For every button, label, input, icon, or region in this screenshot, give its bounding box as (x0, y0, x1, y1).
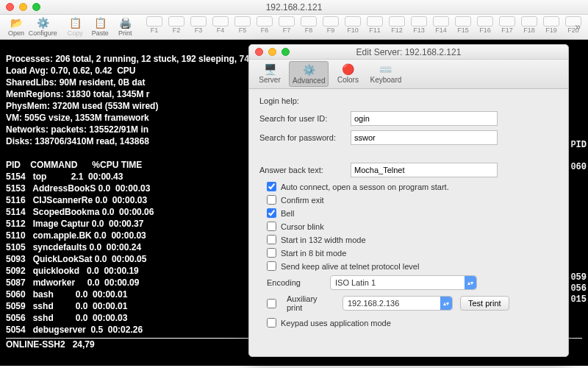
f18-button[interactable]: F18 (519, 16, 539, 34)
color-wheel-icon: 🔴 (340, 63, 356, 76)
edit-server-dialog: Edit Server: 192.168.2.121 🖥️Server ⚙️Ad… (248, 44, 569, 357)
f9-button[interactable]: F9 (320, 16, 341, 34)
terminal-line: 5116 CIJScannerRe 0.0 00:00.03 (6, 195, 147, 205)
password-label: Search for password: (259, 133, 351, 142)
close-window-button[interactable] (6, 3, 14, 11)
f17-button[interactable]: F17 (497, 16, 517, 34)
answer-back-input[interactable] (351, 163, 498, 177)
start-8bit-label: Start in 8 bit mode (281, 249, 346, 258)
confirm-exit-checkbox[interactable] (267, 195, 276, 205)
configure-button[interactable]: ⚙️Configure (29, 16, 57, 37)
answer-back-label: Answer back text: (259, 166, 351, 174)
aux-print-label: Auxiliary print (287, 294, 335, 312)
keyboard-icon: ⌨️ (378, 63, 394, 76)
f12-button[interactable]: F12 (387, 16, 407, 34)
terminal-line: SharedLibs: 90M resident, 0B dat (6, 77, 145, 88)
f15-button[interactable]: F15 (453, 16, 473, 34)
f8-button[interactable]: F8 (298, 16, 319, 34)
dialog-tabs: 🖥️Server ⚙️Advanced 🔴Colors ⌨️Keyboard (249, 60, 568, 89)
traffic-lights (6, 3, 40, 11)
terminal-line: 5059 sshd 0.0 00:00.01 (6, 301, 127, 311)
dialog-titlebar[interactable]: Edit Server: 192.168.2.121 (249, 45, 568, 60)
open-button[interactable]: 📂Open (4, 16, 28, 37)
minimize-window-button[interactable] (19, 3, 27, 11)
dialog-traffic-lights (255, 48, 290, 56)
cursor-blink-checkbox[interactable] (267, 222, 276, 231)
dialog-minimize-button[interactable] (268, 48, 276, 56)
send-keepalive-label: Send keep alive at telnet protocol level (281, 262, 419, 271)
bell-checkbox[interactable] (267, 208, 276, 218)
monitor-icon: 🖥️ (262, 63, 278, 76)
terminal-right-peek: PID 060 059 056 015 (570, 40, 588, 366)
terminal-line: Load Avg: 0.70, 0.62, 0.42 CPU (6, 66, 138, 76)
encoding-popup[interactable]: ISO Latin 1▴▾ (330, 275, 477, 290)
dialog-zoom-button[interactable] (282, 48, 290, 56)
dialog-title: Edit Server: 192.168.2.121 (356, 47, 462, 57)
tab-advanced[interactable]: ⚙️Advanced (289, 61, 329, 87)
aux-print-checkbox[interactable] (267, 299, 276, 308)
tab-colors[interactable]: 🔴Colors (331, 61, 364, 85)
f19-button[interactable]: F19 (541, 16, 562, 34)
paste-icon: 📋 (92, 16, 108, 29)
tab-keyboard[interactable]: ⌨️Keyboard (367, 61, 404, 85)
user-id-input[interactable] (351, 111, 498, 126)
aux-print-popup[interactable]: 192.168.2.136▴▾ (343, 296, 453, 311)
start-132-label: Start in 132 width mode (281, 236, 366, 244)
terminal-line: 5054 debugserver 0.5 00:02.26 (6, 325, 143, 335)
toolbar-overflow-icon[interactable]: » (575, 21, 581, 32)
keypad-app-checkbox[interactable] (267, 318, 276, 328)
copy-button[interactable]: 📋Copy (63, 16, 87, 37)
terminal-line: Disks: 138706/3410M read, 143868 (6, 136, 149, 146)
dialog-body: Login help: Search for user ID: Search f… (249, 89, 568, 339)
terminal-line: 5093 QuickLookSat 0.0 00:00.05 (6, 254, 146, 264)
f4-button[interactable]: F4 (210, 16, 231, 34)
tab-server[interactable]: 🖥️Server (254, 61, 286, 85)
terminal-line: VM: 505G vsize, 1353M framework (6, 113, 151, 123)
paste-button[interactable]: 📋Paste (88, 16, 112, 37)
main-toolbar: 📂Open ⚙️Configure 📋Copy 📋Paste 🖨️Print F… (0, 15, 588, 40)
copy-icon: 📋 (67, 16, 83, 29)
window-title: 192.168.2.121 (266, 2, 323, 13)
f10-button[interactable]: F10 (343, 16, 363, 34)
chevron-updown-icon: ▴▾ (443, 300, 449, 307)
dialog-close-button[interactable] (255, 48, 263, 56)
bell-label: Bell (281, 209, 294, 218)
chevron-updown-icon: ▴▾ (467, 280, 473, 286)
terminal-line: Networks: packets: 135522/91M in (6, 124, 148, 135)
terminal-line: 5154 top 2.1 00:00.43 (6, 171, 123, 182)
folder-icon: 📂 (8, 16, 24, 29)
f16-button[interactable]: F16 (475, 16, 495, 34)
terminal-line: 5087 mdworker 0.0 00:00.09 (6, 277, 139, 288)
f11-button[interactable]: F11 (365, 16, 385, 34)
gears-icon: ⚙️ (301, 63, 317, 77)
f6-button[interactable]: F6 (254, 16, 275, 34)
terminal-line: 5112 Image Captur 0.0 00:00.37 (6, 219, 143, 229)
encoding-label: Encoding (267, 278, 323, 287)
terminal-line: MemRegions: 31830 total, 1345M r (6, 89, 149, 99)
login-help-label: Login help: (259, 96, 558, 105)
f7-button[interactable]: F7 (276, 16, 297, 34)
user-id-label: Search for user ID: (259, 114, 351, 123)
terminal-line: PID COMMAND %CPU TIME (6, 160, 152, 170)
cursor-blink-label: Cursor blink (281, 222, 324, 231)
start-8bit-checkbox[interactable] (267, 248, 276, 258)
main-titlebar: 192.168.2.121 (0, 0, 588, 15)
f14-button[interactable]: F14 (431, 16, 451, 34)
keypad-app-label: Keypad uses application mode (281, 319, 391, 328)
confirm-exit-label: Confirm exit (281, 196, 324, 205)
terminal-line: PhysMem: 3720M used (553M wired) (6, 101, 158, 111)
f5-button[interactable]: F5 (232, 16, 253, 34)
print-button[interactable]: 🖨️Print (113, 16, 137, 37)
send-keepalive-checkbox[interactable] (267, 261, 276, 271)
f3-button[interactable]: F3 (188, 16, 209, 34)
f13-button[interactable]: F13 (409, 16, 429, 34)
start-132-checkbox[interactable] (267, 235, 276, 244)
password-input[interactable] (351, 130, 498, 145)
zoom-window-button[interactable] (32, 3, 40, 11)
auto-connect-checkbox[interactable] (267, 182, 276, 191)
f2-button[interactable]: F2 (166, 16, 187, 34)
terminal-line: 5056 sshd 0.0 00:00.03 (6, 313, 127, 323)
test-print-button[interactable]: Test print (460, 296, 509, 311)
terminal-line: 5092 quicklookd 0.0 00:00.19 (6, 266, 139, 276)
f1-button[interactable]: F1 (144, 16, 165, 34)
